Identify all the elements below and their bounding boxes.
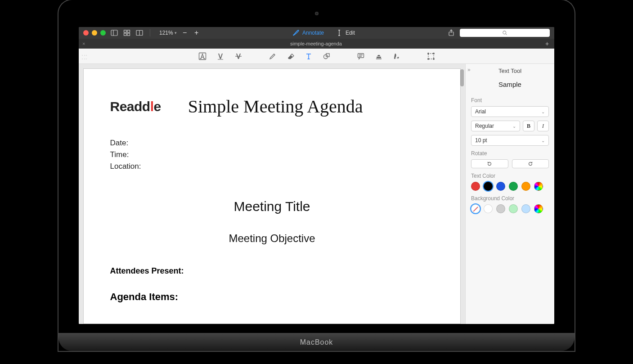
zoom-value: 121%	[159, 30, 173, 36]
text-tool-icon[interactable]	[304, 51, 314, 61]
bold-button[interactable]: B	[523, 121, 534, 131]
svg-rect-0	[111, 30, 117, 36]
two-page-view-icon[interactable]	[135, 29, 144, 37]
font-group-label: Font	[471, 97, 549, 103]
tab-title[interactable]: simple-meeting-agenda	[89, 41, 543, 46]
text-color-black[interactable]	[484, 182, 493, 191]
svg-rect-3	[127, 30, 130, 32]
svg-rect-5	[127, 33, 130, 36]
document-page[interactable]: Readdle Simple Meeting Agenda Date: Time…	[83, 68, 461, 324]
date-field-label: Date:	[110, 139, 434, 148]
app-window: 121% ▾ − + Annotate Edit ×	[79, 27, 554, 324]
tab-close-button[interactable]: ×	[82, 41, 89, 46]
svg-rect-16	[358, 54, 364, 58]
main-area: Readdle Simple Meeting Agenda Date: Time…	[79, 64, 554, 324]
toolbar-drag-handle[interactable]: ⋮⋮	[81, 53, 88, 60]
bg-color-none[interactable]	[471, 204, 480, 213]
window-titlebar: 121% ▾ − + Annotate Edit	[79, 27, 554, 39]
font-size-value: 10 pt	[475, 137, 487, 144]
text-style-icon[interactable]	[198, 51, 207, 61]
font-family-select[interactable]: Arial ⌄	[471, 106, 549, 117]
svg-point-23	[433, 58, 434, 59]
document-title: Simple Meeting Agenda	[188, 96, 363, 117]
bg-color-white[interactable]	[484, 204, 493, 213]
svg-rect-12	[218, 59, 223, 59]
svg-point-22	[427, 58, 429, 59]
document-viewport[interactable]: Readdle Simple Meeting Agenda Date: Time…	[79, 64, 465, 324]
bg-color-lightblue[interactable]	[521, 204, 530, 213]
annotate-label: Annotate	[302, 30, 324, 36]
text-color-blue[interactable]	[496, 182, 505, 191]
inspector-panel: » Text Tool Sample Font Arial ⌄ Regular …	[465, 64, 554, 324]
font-weight-select[interactable]: Regular ⌄	[471, 121, 520, 131]
eraser-icon[interactable]	[286, 51, 296, 61]
sample-preview: Sample	[471, 81, 549, 88]
text-cursor-icon	[336, 29, 343, 36]
rotate-group-label: Rotate	[471, 150, 549, 157]
underline-icon[interactable]	[215, 51, 225, 61]
svg-point-20	[427, 53, 429, 54]
italic-button[interactable]: I	[537, 121, 549, 131]
scrollbar-thumb[interactable]	[460, 69, 464, 86]
new-tab-button[interactable]: +	[543, 40, 551, 47]
text-color-red[interactable]	[471, 182, 480, 191]
search-icon	[502, 30, 507, 36]
text-color-group-label: Text Color	[471, 173, 549, 179]
panel-title: Text Tool	[471, 67, 549, 74]
bg-color-gray[interactable]	[496, 204, 505, 213]
tab-bar: × simple-meeting-agenda +	[79, 39, 554, 49]
edit-mode-button[interactable]: Edit	[332, 29, 359, 36]
svg-point-21	[433, 53, 434, 54]
text-color-green[interactable]	[509, 182, 518, 191]
readdle-logo: Readdle	[110, 99, 161, 114]
rotate-ccw-button[interactable]	[471, 159, 508, 168]
grid-view-icon[interactable]	[123, 29, 131, 37]
chevron-down-icon: ⌄	[541, 109, 545, 114]
text-color-custom[interactable]	[534, 182, 543, 191]
note-icon[interactable]	[356, 51, 366, 61]
chevron-down-icon: ⌄	[541, 138, 545, 143]
location-field-label: Location:	[110, 162, 434, 171]
shape-tool-icon[interactable]	[322, 51, 332, 61]
agenda-items-label: Agenda Items:	[110, 291, 434, 303]
time-field-label: Time:	[110, 150, 434, 159]
svg-rect-4	[124, 33, 127, 36]
chevron-down-icon: ▾	[175, 31, 177, 35]
laptop-frame: 121% ▾ − + Annotate Edit ×	[58, 0, 575, 351]
edit-label: Edit	[346, 30, 355, 36]
bg-color-lightgreen[interactable]	[509, 204, 518, 213]
macbook-label: MacBook	[300, 338, 333, 346]
svg-point-9	[503, 31, 506, 34]
zoom-level[interactable]: 121% ▾	[159, 30, 177, 36]
svg-rect-13	[235, 56, 242, 56]
bg-color-custom[interactable]	[534, 204, 543, 213]
zoom-out-button[interactable]: −	[181, 29, 189, 37]
sidebar-toggle-icon[interactable]	[110, 29, 118, 37]
bg-color-swatches	[471, 204, 549, 213]
font-size-select[interactable]: 10 pt ⌄	[471, 135, 549, 146]
close-window-button[interactable]	[83, 30, 89, 36]
minimize-window-button[interactable]	[92, 30, 97, 36]
selection-tool-icon[interactable]	[426, 51, 436, 61]
stamp-icon[interactable]	[374, 51, 384, 61]
zoom-in-button[interactable]: +	[193, 29, 200, 37]
meeting-objective-heading: Meeting Objective	[110, 232, 434, 245]
search-input[interactable]	[460, 29, 550, 37]
svg-rect-2	[124, 30, 127, 32]
window-controls	[83, 30, 106, 36]
meeting-title-heading: Meeting Title	[110, 199, 434, 214]
pen-icon	[292, 29, 300, 36]
rotate-cw-button[interactable]	[512, 159, 549, 168]
chevron-down-icon: ⌄	[512, 124, 516, 129]
camera-dot	[315, 12, 319, 15]
strikethrough-icon[interactable]	[233, 51, 243, 61]
fullscreen-window-button[interactable]	[100, 30, 106, 36]
signature-icon[interactable]	[392, 51, 402, 61]
font-weight-value: Regular	[475, 123, 494, 129]
pencil-icon[interactable]	[268, 51, 278, 61]
annotate-mode-button[interactable]: Annotate	[289, 29, 328, 36]
collapse-panel-button[interactable]: »	[467, 67, 471, 73]
share-icon[interactable]	[447, 29, 455, 37]
font-family-value: Arial	[475, 108, 486, 115]
text-color-orange[interactable]	[521, 182, 530, 191]
